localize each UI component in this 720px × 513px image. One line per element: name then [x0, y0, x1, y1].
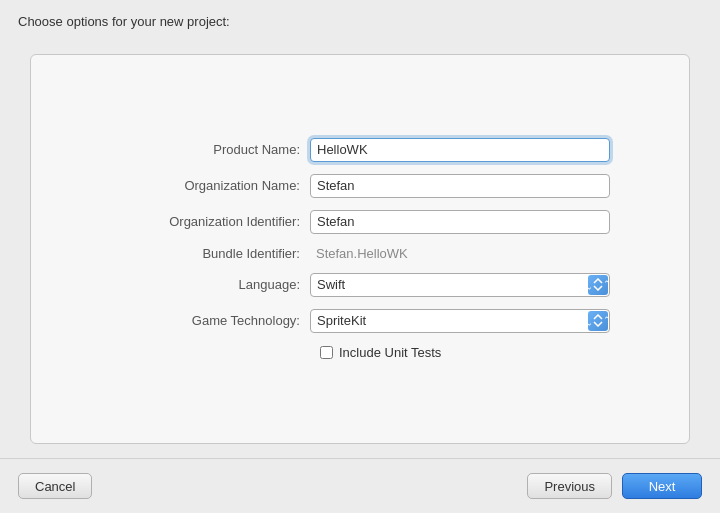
- form-inner: Product Name: Organization Name: Organiz…: [110, 138, 610, 360]
- org-name-input[interactable]: [310, 174, 610, 198]
- product-name-input[interactable]: [310, 138, 610, 162]
- org-identifier-label: Organization Identifier:: [110, 214, 310, 229]
- org-identifier-input[interactable]: [310, 210, 610, 234]
- language-select[interactable]: Swift Objective-C: [310, 273, 610, 297]
- org-identifier-row: Organization Identifier:: [110, 210, 610, 234]
- language-row: Language: Swift Objective-C: [110, 273, 610, 297]
- bundle-identifier-label: Bundle Identifier:: [110, 246, 310, 261]
- footer-right: Previous Next: [527, 473, 702, 499]
- product-name-row: Product Name:: [110, 138, 610, 162]
- org-name-row: Organization Name:: [110, 174, 610, 198]
- bundle-identifier-value: Stefan.HelloWK: [310, 246, 610, 261]
- instruction-label: Choose options for your new project:: [0, 0, 720, 39]
- game-tech-select-wrapper: SpriteKit SceneKit Metal OpenGL ES: [310, 309, 610, 333]
- cancel-button[interactable]: Cancel: [18, 473, 92, 499]
- previous-button[interactable]: Previous: [527, 473, 612, 499]
- next-button[interactable]: Next: [622, 473, 702, 499]
- game-tech-row: Game Technology: SpriteKit SceneKit Meta…: [110, 309, 610, 333]
- bundle-identifier-row: Bundle Identifier: Stefan.HelloWK: [110, 246, 610, 261]
- game-tech-label: Game Technology:: [110, 313, 310, 328]
- game-tech-select[interactable]: SpriteKit SceneKit Metal OpenGL ES: [310, 309, 610, 333]
- product-name-label: Product Name:: [110, 142, 310, 157]
- main-content: Product Name: Organization Name: Organiz…: [0, 39, 720, 458]
- unit-tests-label: Include Unit Tests: [339, 345, 441, 360]
- unit-tests-checkbox[interactable]: [320, 346, 333, 359]
- language-label: Language:: [110, 277, 310, 292]
- form-panel: Product Name: Organization Name: Organiz…: [30, 54, 690, 444]
- unit-tests-row: Include Unit Tests: [110, 345, 610, 360]
- language-select-wrapper: Swift Objective-C: [310, 273, 610, 297]
- footer: Cancel Previous Next: [0, 458, 720, 513]
- org-name-label: Organization Name:: [110, 178, 310, 193]
